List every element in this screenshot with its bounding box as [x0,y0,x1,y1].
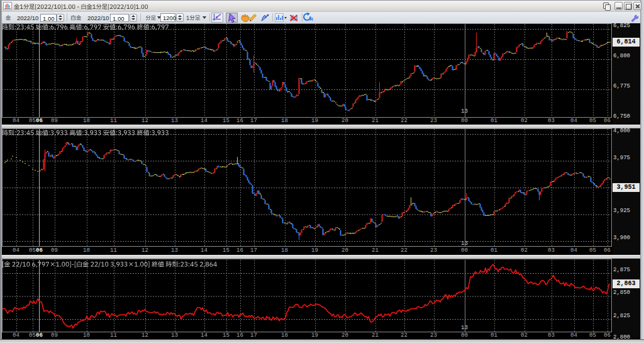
svg-text:R: R [310,16,314,22]
